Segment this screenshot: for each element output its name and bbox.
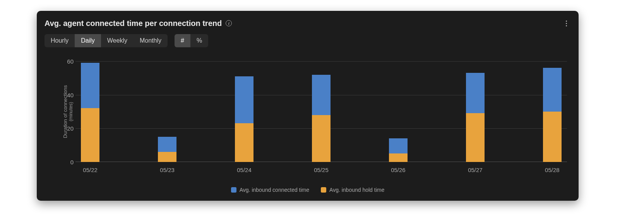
x-tick-label: 05/23 bbox=[160, 167, 175, 173]
card-header: Avg. agent connected time per connection… bbox=[37, 11, 579, 28]
mode-option-#[interactable]: # bbox=[175, 34, 190, 47]
legend-label-connected: Avg. inbound connected time bbox=[240, 187, 309, 193]
y-tick-label: 60 bbox=[62, 58, 74, 65]
legend-label-hold: Avg. inbound hold time bbox=[329, 187, 384, 193]
bar-column[interactable] bbox=[81, 63, 99, 162]
bar-segment-hold bbox=[389, 153, 408, 162]
x-axis-labels: 05/2205/2305/2405/2505/2605/2705/28 bbox=[75, 167, 567, 178]
y-tick-label: 20 bbox=[62, 125, 74, 132]
info-icon[interactable]: i bbox=[226, 20, 232, 26]
mode-option-%[interactable]: % bbox=[190, 34, 208, 47]
bar-segment-hold bbox=[81, 108, 99, 162]
chart-card: Avg. agent connected time per connection… bbox=[37, 11, 579, 201]
bar-segment-hold bbox=[466, 113, 485, 162]
bar-column[interactable] bbox=[389, 138, 408, 162]
granularity-option-monthly[interactable]: Monthly bbox=[134, 34, 168, 47]
legend-swatch-hold bbox=[321, 187, 326, 193]
chart-area: Duration of connections (minutes) 020406… bbox=[45, 57, 571, 193]
bar-segment-connected bbox=[389, 138, 408, 153]
granularity-toggle: HourlyDailyWeeklyMonthly bbox=[45, 34, 168, 47]
mode-toggle: #% bbox=[175, 34, 208, 47]
x-tick-label: 05/26 bbox=[391, 167, 406, 173]
x-tick-label: 05/27 bbox=[468, 167, 483, 173]
bar-segment-hold bbox=[312, 115, 331, 162]
y-tick-label: 0 bbox=[62, 159, 74, 165]
granularity-option-hourly[interactable]: Hourly bbox=[45, 34, 75, 47]
bar-segment-connected bbox=[158, 137, 176, 152]
bar-segment-hold bbox=[158, 152, 176, 162]
bar-segment-connected bbox=[543, 68, 562, 112]
bar-column[interactable] bbox=[158, 137, 176, 162]
x-tick-label: 05/25 bbox=[314, 167, 329, 173]
granularity-option-daily[interactable]: Daily bbox=[75, 34, 101, 47]
bar-segment-connected bbox=[312, 75, 331, 115]
bar-column[interactable] bbox=[235, 76, 253, 162]
granularity-option-weekly[interactable]: Weekly bbox=[101, 34, 134, 47]
bar-column[interactable] bbox=[312, 75, 331, 162]
more-menu-icon[interactable] bbox=[562, 19, 571, 28]
legend: Avg. inbound connected time Avg. inbound… bbox=[45, 187, 571, 193]
x-tick-label: 05/28 bbox=[545, 167, 560, 173]
bar-segment-connected bbox=[466, 73, 485, 113]
legend-item-hold[interactable]: Avg. inbound hold time bbox=[321, 187, 384, 193]
bar-column[interactable] bbox=[543, 68, 562, 162]
y-tick-label: 40 bbox=[62, 91, 74, 98]
bar-column[interactable] bbox=[466, 73, 485, 162]
gridline bbox=[75, 61, 567, 62]
chart-controls: HourlyDailyWeeklyMonthly #% bbox=[37, 28, 579, 47]
legend-item-connected[interactable]: Avg. inbound connected time bbox=[231, 187, 309, 193]
chart-title: Avg. agent connected time per connection… bbox=[45, 19, 222, 28]
x-tick-label: 05/24 bbox=[237, 167, 252, 173]
bar-segment-hold bbox=[543, 112, 562, 162]
x-tick-label: 05/22 bbox=[83, 167, 98, 173]
plot-region: 0204060 bbox=[75, 61, 567, 162]
bar-segment-connected bbox=[235, 76, 253, 123]
bar-segment-hold bbox=[235, 123, 253, 162]
bar-segment-connected bbox=[81, 63, 99, 108]
legend-swatch-connected bbox=[231, 187, 236, 193]
